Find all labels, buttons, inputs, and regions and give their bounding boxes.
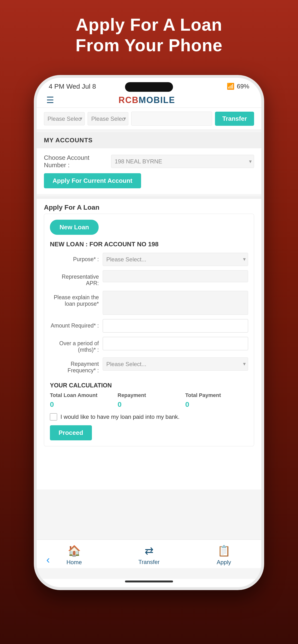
apply-current-account-button[interactable]: Apply For Current Account [44, 173, 141, 188]
purpose-label: Purpose* : [50, 253, 103, 262]
amount-input[interactable] [103, 319, 248, 332]
repayment-value: 0 [117, 400, 181, 408]
apr-value [103, 270, 248, 282]
purpose-row: Purpose* : Please Select... ▾ [50, 253, 248, 266]
nav-item-apply[interactable]: 📋 Apply [186, 544, 261, 566]
frequency-label: Repayment Frequency* : [50, 358, 103, 374]
total-loan-value: 0 [50, 400, 113, 408]
bank-payment-checkbox-row: I would like to have my loan paid into m… [50, 413, 248, 420]
calculation-section: YOUR CALCULATION Total Loan Amount Repay… [50, 378, 248, 408]
total-payment-header: Total Payment [185, 392, 248, 398]
amount-label: Amount Required* : [50, 319, 103, 329]
period-row: Over a period of (mths)* : [50, 337, 248, 353]
hamburger-icon[interactable]: ☰ [46, 95, 54, 105]
bank-payment-label: I would like to have my loan paid into m… [60, 414, 180, 420]
loan-section: Apply For A Loan New Loan NEW LOAN : FOR… [37, 199, 261, 490]
amount-row: Amount Required* : [50, 319, 248, 332]
period-input[interactable] [103, 337, 248, 350]
transfer-select1-wrapper[interactable]: Please Select... ▾ [44, 112, 85, 125]
frequency-select-wrapper[interactable]: Please Select... ▾ [103, 358, 248, 371]
repayment-header: Repayment [117, 392, 181, 398]
transfer-select2-wrapper[interactable]: Please Select... ▾ [88, 112, 128, 125]
page-header: Apply For A Loan From Your Phone [76, 14, 222, 56]
my-accounts-section: MY ACCOUNTS Choose Account Number : 198 … [37, 132, 261, 194]
loan-section-title: Apply For A Loan [37, 199, 261, 214]
bottom-nav: 🏠 Home ⇄ Transfer 📋 Apply [37, 540, 261, 568]
apr-row: Representative APR: [50, 270, 248, 286]
transfer-amount-input[interactable] [131, 112, 212, 126]
apply-icon: 📋 [217, 544, 231, 557]
my-accounts-label: MY ACCOUNTS [37, 132, 261, 148]
nav-item-transfer[interactable]: ⇄ Transfer [112, 544, 186, 566]
my-accounts-body: Choose Account Number : 198 NEAL BYRNE ▾… [37, 148, 261, 194]
transfer-bar: Please Select... ▾ Please Select... ▾ Tr… [37, 108, 261, 130]
home-icon: 🏠 [68, 544, 81, 557]
period-label: Over a period of (mths)* : [50, 337, 103, 353]
home-label: Home [66, 559, 82, 566]
explain-label: Please explain the loan purpose* [50, 291, 103, 307]
transfer-icon: ⇄ [145, 544, 154, 557]
phone-notch [125, 82, 173, 92]
transfer-select2[interactable]: Please Select... [88, 112, 128, 125]
explain-textarea[interactable] [103, 291, 248, 315]
apr-label: Representative APR: [50, 270, 103, 286]
transfer-select1[interactable]: Please Select... [44, 112, 85, 125]
purpose-select[interactable]: Please Select... [103, 253, 248, 266]
choose-account-label: Choose Account Number : [44, 154, 111, 169]
wifi-icon: 📶 [227, 83, 234, 90]
frequency-row: Repayment Frequency* : Please Select... … [50, 358, 248, 374]
account-number-select[interactable]: 198 NEAL BYRNE [111, 155, 254, 168]
purpose-select-wrapper[interactable]: Please Select... ▾ [103, 253, 248, 266]
header-line1: Apply For A Loan [76, 14, 222, 35]
new-loan-button[interactable]: New Loan [50, 220, 99, 235]
transfer-label: Transfer [138, 559, 160, 566]
account-select-wrapper[interactable]: 198 NEAL BYRNE ▾ [111, 155, 254, 168]
bank-payment-checkbox[interactable] [50, 413, 57, 420]
loan-account-title: NEW LOAN : FOR ACCOUNT NO 198 [50, 240, 248, 248]
calc-headers: Total Loan Amount Repayment Total Paymen… [50, 392, 248, 398]
status-time: 4 PM Wed Jul 8 [49, 83, 96, 90]
app-bar: ☰ RCBMOBILE [37, 93, 261, 108]
app-logo: RCBMOBILE [118, 95, 175, 105]
total-payment-value: 0 [185, 400, 248, 408]
battery-level: 69% [237, 83, 249, 90]
explain-row: Please explain the loan purpose* [50, 291, 248, 315]
account-select-row: Choose Account Number : 198 NEAL BYRNE ▾ [44, 154, 254, 169]
loan-card: New Loan NEW LOAN : FOR ACCOUNT NO 198 P… [44, 214, 254, 446]
frequency-select[interactable]: Please Select... [103, 358, 248, 371]
total-loan-header: Total Loan Amount [50, 392, 113, 398]
proceed-button[interactable]: Proceed [50, 425, 92, 440]
calc-title: YOUR CALCULATION [50, 382, 248, 389]
transfer-button[interactable]: Transfer [215, 112, 254, 126]
home-indicator [125, 580, 173, 582]
phone-content: Please Select... ▾ Please Select... ▾ Tr… [37, 108, 261, 579]
back-button[interactable]: ‹ [46, 554, 50, 566]
phone-frame: 4 PM Wed Jul 8 📶 69% ☰ RCBMOBILE Please … [34, 75, 264, 590]
apply-label: Apply [217, 559, 231, 566]
calc-values: 0 0 0 [50, 400, 248, 408]
status-right: 📶 69% [227, 83, 249, 90]
header-line2: From Your Phone [76, 35, 222, 56]
